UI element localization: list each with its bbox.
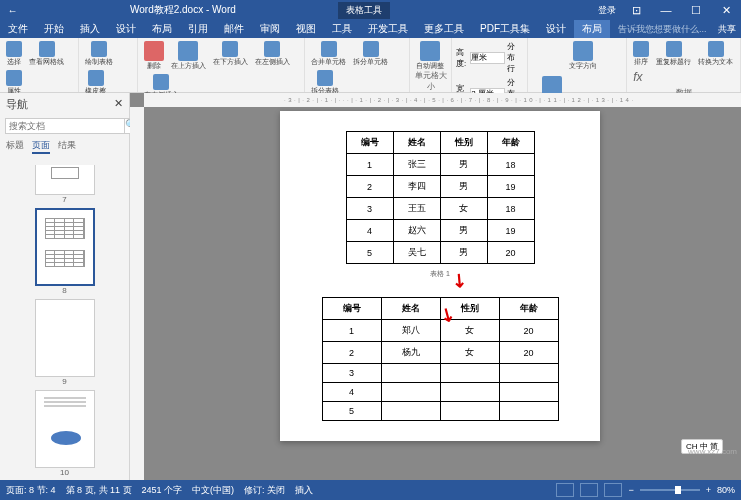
back-button[interactable]: ← xyxy=(0,5,25,16)
merge-cells-button[interactable]: 合并单元格 xyxy=(309,40,348,66)
tab-mailings[interactable]: 邮件 xyxy=(216,20,252,38)
zoom-level[interactable]: 80% xyxy=(717,485,735,495)
tab-insert[interactable]: 插入 xyxy=(72,20,108,38)
formula-button[interactable]: fx xyxy=(631,69,651,87)
height-label: 高度: xyxy=(456,47,468,69)
thumb-page-7[interactable]: 7 xyxy=(4,165,125,204)
delete-button[interactable]: 删除 xyxy=(142,40,166,70)
tab-review[interactable]: 审阅 xyxy=(252,20,288,38)
status-page[interactable]: 页面: 8 节: 4 xyxy=(6,484,56,497)
table-row: 3王五女18 xyxy=(346,198,534,220)
status-words[interactable]: 2451 个字 xyxy=(142,484,183,497)
tab-view[interactable]: 视图 xyxy=(288,20,324,38)
tab-dev[interactable]: 开发工具 xyxy=(360,20,416,38)
align-br[interactable] xyxy=(554,62,564,72)
maximize-icon[interactable]: ☐ xyxy=(681,4,711,17)
status-lang[interactable]: 中文(中国) xyxy=(192,484,234,497)
tab-references[interactable]: 引用 xyxy=(180,20,216,38)
view-web-icon[interactable] xyxy=(604,483,622,497)
table-row: 4 xyxy=(322,383,558,402)
align-tl[interactable] xyxy=(532,40,542,50)
group-cellsize: 单元格大小 xyxy=(414,70,447,92)
nav-tab-pages[interactable]: 页面 xyxy=(32,139,50,154)
document-area[interactable]: ·3·|·2·|·1·|···|·1·|·2·|·3·|·4·|·5·|·6·|… xyxy=(130,93,741,480)
select-button[interactable]: 选择 xyxy=(4,40,24,66)
nav-tab-headings[interactable]: 标题 xyxy=(6,139,24,154)
tab-layout[interactable]: 布局 xyxy=(144,20,180,38)
status-insert[interactable]: 插入 xyxy=(295,484,313,497)
tell-me-input[interactable]: 告诉我您想要做什么... xyxy=(618,23,707,36)
close-icon[interactable]: ✕ xyxy=(711,4,741,17)
table-row: 5吴七男20 xyxy=(346,242,534,264)
insert-above-button[interactable]: 在上方插入 xyxy=(169,40,208,70)
minimize-icon[interactable]: — xyxy=(651,4,681,17)
tab-more-tools[interactable]: 更多工具 xyxy=(416,20,472,38)
tab-home[interactable]: 开始 xyxy=(36,20,72,38)
tab-table-layout[interactable]: 布局 xyxy=(574,20,610,38)
zoom-out-icon[interactable]: − xyxy=(628,485,633,495)
zoom-in-icon[interactable]: + xyxy=(706,485,711,495)
table-1[interactable]: 编号姓名性别年龄 1张三男18 2李四男19 3王五女18 4赵六男19 5吴七… xyxy=(346,131,535,264)
table-row: 3 xyxy=(322,364,558,383)
thumb-page-9[interactable]: 9 xyxy=(4,299,125,386)
document-title: Word教程2.docx - Word xyxy=(25,3,338,17)
align-mr[interactable] xyxy=(554,51,564,61)
vertical-ruler[interactable] xyxy=(130,107,144,480)
align-tr[interactable] xyxy=(554,40,564,50)
thumb-page-8[interactable]: 8 xyxy=(4,208,125,295)
table-row: 2杨九女20 xyxy=(322,342,558,364)
view-read-icon[interactable] xyxy=(556,483,574,497)
contextual-tab-label: 表格工具 xyxy=(338,2,390,19)
table-row: 4赵六男19 xyxy=(346,220,534,242)
align-bl[interactable] xyxy=(532,62,542,72)
status-bar: 页面: 8 节: 4 第 8 页, 共 11 页 2451 个字 中文(中国) … xyxy=(0,480,741,500)
zoom-slider[interactable] xyxy=(640,489,700,491)
align-tc[interactable] xyxy=(543,40,553,50)
split-cells-button[interactable]: 拆分单元格 xyxy=(351,40,390,66)
share-button[interactable]: 共享 xyxy=(718,23,736,36)
nav-title: 导航 xyxy=(6,97,28,112)
table-row: 2李四男19 xyxy=(346,176,534,198)
navigation-pane: 导航 ✕ 🔍 标题 页面 结果 7 8 xyxy=(0,93,130,480)
sort-button[interactable]: 排序 xyxy=(631,40,651,66)
align-ml[interactable] xyxy=(532,51,542,61)
horizontal-ruler[interactable]: ·3·|·2·|·1·|···|·1·|·2·|·3·|·4·|·5·|·6·|… xyxy=(144,93,741,107)
split-table-button[interactable]: 拆分表格 xyxy=(309,69,341,95)
status-page-of[interactable]: 第 8 页, 共 11 页 xyxy=(66,484,132,497)
ribbon-options-icon[interactable]: ⊡ xyxy=(621,4,651,17)
insert-below-button[interactable]: 在下方插入 xyxy=(211,40,250,66)
table-caption: 表格 1 xyxy=(310,269,570,279)
insert-left-button[interactable]: 在左侧插入 xyxy=(253,40,292,66)
tab-tools[interactable]: 工具 xyxy=(324,20,360,38)
properties-button[interactable]: 属性 xyxy=(4,69,24,95)
thumb-page-10[interactable]: 10 xyxy=(4,390,125,477)
view-print-icon[interactable] xyxy=(580,483,598,497)
align-mc[interactable] xyxy=(543,51,553,61)
gridlines-button[interactable]: 查看网格线 xyxy=(27,40,66,66)
repeat-header-button[interactable]: 重复标题行 xyxy=(654,40,693,66)
tab-design[interactable]: 设计 xyxy=(108,20,144,38)
draw-table-button[interactable]: 绘制表格 xyxy=(83,40,115,66)
align-bc[interactable] xyxy=(543,62,553,72)
autofit-button[interactable]: 自动调整 xyxy=(414,40,446,70)
height-input[interactable] xyxy=(470,52,505,64)
convert-text-button[interactable]: 转换为文本 xyxy=(696,40,735,66)
status-track[interactable]: 修订: 关闭 xyxy=(244,484,285,497)
table-row: 5 xyxy=(322,402,558,421)
nav-close-icon[interactable]: ✕ xyxy=(114,97,123,112)
watermark: www.xz7.com xyxy=(688,447,737,456)
dist-rows-button[interactable]: 分布行 xyxy=(507,41,523,74)
tab-table-design[interactable]: 设计 xyxy=(538,20,574,38)
page-canvas[interactable]: 编号姓名性别年龄 1张三男18 2李四男19 3王五女18 4赵六男19 5吴七… xyxy=(280,111,600,441)
nav-search-input[interactable] xyxy=(5,118,125,134)
table-row: 1张三男18 xyxy=(346,154,534,176)
login-link[interactable]: 登录 xyxy=(598,4,616,17)
eraser-button[interactable]: 橡皮擦 xyxy=(83,69,108,95)
text-direction-button[interactable]: 文字方向 xyxy=(567,40,599,70)
tab-file[interactable]: 文件 xyxy=(0,20,36,38)
ribbon: 选择 查看网格线 属性 表 绘制表格 橡皮擦 绘图 删除 在上方插入 在下方插入… xyxy=(0,38,741,93)
tab-pdf[interactable]: PDF工具集 xyxy=(472,20,538,38)
nav-tab-results[interactable]: 结果 xyxy=(58,139,76,154)
